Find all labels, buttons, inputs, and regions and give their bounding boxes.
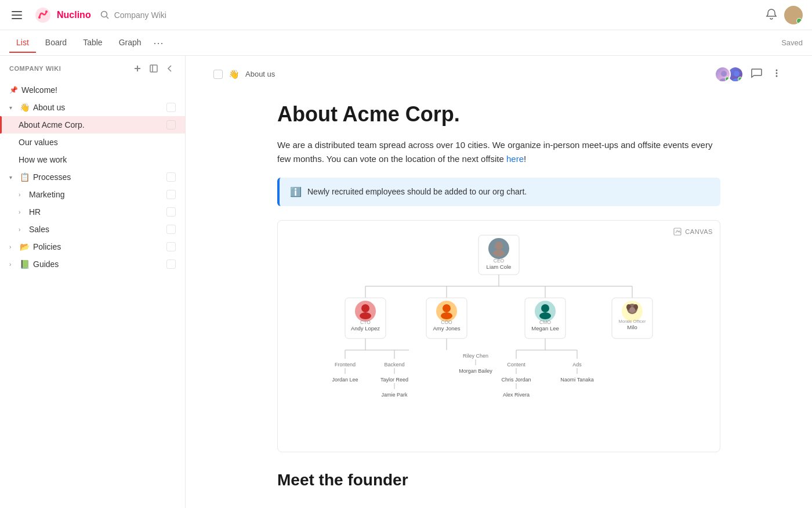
svg-text:CEO: CEO — [494, 258, 505, 264]
sidebar-item-processes-label: Processes — [33, 172, 163, 182]
doc-checkbox[interactable] — [213, 70, 223, 79]
svg-point-23 — [493, 250, 505, 257]
app-logo[interactable]: Nuclino — [34, 6, 91, 24]
svg-point-40 — [443, 304, 451, 312]
svg-point-13 — [734, 71, 740, 77]
svg-line-4 — [106, 16, 108, 19]
doc-header-right — [715, 65, 784, 83]
collapse-sidebar-button[interactable] — [164, 63, 176, 74]
sidebar-item-policies-label: Policies — [33, 242, 163, 251]
svg-point-6 — [789, 18, 798, 23]
app-name: Nuclino — [57, 10, 91, 20]
notifications-button[interactable] — [766, 8, 777, 21]
tab-list[interactable]: List — [9, 33, 36, 53]
main-layout: COMPANY WIKI 📌 Welcome! ▾ 👋 About u — [0, 56, 812, 508]
marketing-check[interactable] — [166, 190, 176, 199]
sidebar-item-policies[interactable]: › 📂 Policies — [0, 238, 185, 255]
tab-table[interactable]: Table — [76, 33, 109, 53]
svg-text:Taylor Reed: Taylor Reed — [380, 377, 408, 383]
workspace-label: COMPANY WIKI — [9, 65, 61, 72]
svg-text:Amy Jones: Amy Jones — [433, 325, 461, 332]
sidebar-item-marketing[interactable]: › Marketing — [0, 186, 185, 203]
sidebar-item-how-we-work-label: How we work — [19, 155, 176, 164]
svg-text:Morale Officer: Morale Officer — [619, 319, 646, 324]
caret-right-policies: › — [9, 244, 16, 250]
sidebar-item-hr[interactable]: › HR — [0, 203, 185, 221]
expand-sidebar-button[interactable] — [148, 63, 160, 74]
caret-down-icon-2: ▾ — [9, 174, 16, 181]
about-us-check[interactable] — [166, 103, 176, 112]
svg-point-34 — [361, 304, 369, 312]
svg-text:Content: Content — [507, 362, 525, 368]
svg-point-46 — [541, 304, 549, 312]
user-avatar[interactable] — [784, 6, 803, 24]
svg-point-35 — [360, 312, 371, 319]
content-area: 👋 About us — [186, 56, 812, 508]
add-item-button[interactable] — [132, 63, 143, 74]
search-icon — [100, 10, 110, 20]
org-chart-svg: CEO Liam Cole CTO — [313, 232, 684, 435]
topbar: Nuclino Company Wiki — [0, 0, 812, 30]
content-inner: About Acme Corp. We are a distributed te… — [249, 83, 748, 508]
caret-right-icon-2: › — [19, 209, 26, 215]
sidebar-item-welcome-label: Welcome! — [21, 85, 176, 95]
body-text-p1: We are a distributed team spread across … — [277, 140, 712, 164]
caret-right-icon: › — [19, 192, 26, 198]
svg-point-47 — [539, 312, 551, 319]
svg-text:Jordan Lee: Jordan Lee — [332, 377, 358, 383]
sidebar-item-about-acme[interactable]: About Acme Corp. — [0, 116, 185, 134]
sidebar: COMPANY WIKI 📌 Welcome! ▾ 👋 About u — [0, 56, 186, 508]
svg-point-41 — [441, 312, 452, 319]
sidebar-item-guides[interactable]: › 📗 Guides — [0, 255, 185, 273]
more-options-button[interactable] — [769, 66, 784, 82]
svg-point-16 — [776, 73, 778, 74]
saved-status: Saved — [781, 38, 803, 47]
svg-text:Chris Jordan: Chris Jordan — [501, 377, 531, 383]
svg-text:Riley Chen: Riley Chen — [463, 353, 488, 359]
sales-check[interactable] — [166, 225, 176, 234]
breadcrumb-emoji: 👋 — [229, 69, 240, 80]
sidebar-item-sales[interactable]: › Sales — [0, 221, 185, 238]
svg-text:COO: COO — [441, 319, 452, 325]
svg-text:Liam Cole: Liam Cole — [487, 264, 512, 270]
policies-check[interactable] — [166, 242, 176, 251]
body-text: We are a distributed team spread across … — [277, 138, 720, 166]
svg-point-3 — [101, 11, 107, 17]
sidebar-item-about-us[interactable]: ▾ 👋 About us — [0, 99, 185, 116]
caret-down-icon: ▾ — [9, 105, 16, 111]
sidebar-item-about-us-label: About us — [33, 103, 163, 112]
sidebar-item-how-we-work[interactable]: How we work — [0, 151, 185, 168]
tab-graph[interactable]: Graph — [112, 33, 148, 53]
sidebar-item-values[interactable]: Our values — [0, 134, 185, 151]
search-area[interactable]: Company Wiki — [100, 10, 756, 20]
about-acme-check[interactable] — [166, 120, 176, 129]
svg-text:Ads: Ads — [572, 362, 582, 368]
more-tabs-button[interactable]: ⋯ — [153, 38, 164, 48]
svg-point-55 — [629, 307, 635, 313]
svg-text:Milo: Milo — [627, 324, 637, 330]
svg-point-1 — [38, 16, 41, 19]
svg-point-0 — [35, 8, 50, 23]
svg-text:CMO: CMO — [539, 319, 551, 325]
body-link-here[interactable]: here — [506, 154, 524, 164]
svg-point-11 — [721, 71, 727, 77]
doc-breadcrumb-area: 👋 About us — [213, 69, 275, 80]
sidebar-item-processes[interactable]: ▾ 📋 Processes — [0, 168, 185, 186]
page-title: About Acme Corp. — [277, 102, 720, 127]
hamburger-menu[interactable] — [9, 9, 24, 21]
comments-button[interactable] — [748, 65, 764, 83]
info-box: ℹ️ Newly recruited employees should be a… — [277, 178, 720, 206]
section-meet-founder-title: Meet the founder — [277, 471, 720, 489]
processes-check[interactable] — [166, 172, 176, 182]
svg-text:Morgan Bailey: Morgan Bailey — [459, 368, 492, 374]
svg-text:Frontend: Frontend — [335, 362, 356, 368]
hr-check[interactable] — [166, 207, 176, 217]
tab-board[interactable]: Board — [38, 33, 74, 53]
caret-right-icon-3: › — [19, 226, 26, 233]
guides-check[interactable] — [166, 260, 176, 269]
breadcrumb-label: About us — [245, 70, 275, 78]
search-placeholder: Company Wiki — [114, 10, 166, 20]
sidebar-item-guides-label: Guides — [33, 260, 163, 269]
sidebar-item-welcome[interactable]: 📌 Welcome! — [0, 81, 185, 99]
sidebar-item-hr-label: HR — [29, 207, 163, 217]
